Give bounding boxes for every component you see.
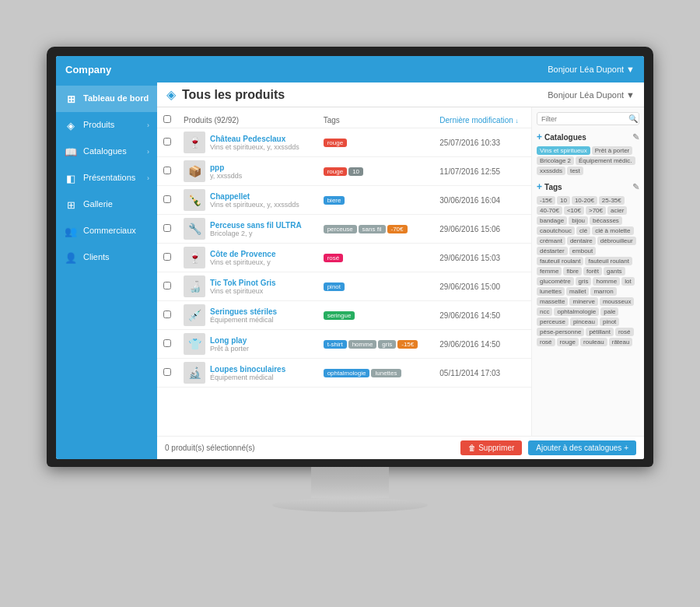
tag-filter-item[interactable]: acier: [607, 206, 627, 215]
user-greeting[interactable]: Bonjour Léa Dupont ▼: [548, 90, 635, 100]
product-tag[interactable]: homme: [348, 340, 377, 349]
tag-filter-item[interactable]: forêt: [583, 267, 602, 275]
catalogues-edit-icon[interactable]: ✎: [632, 132, 639, 142]
product-tag[interactable]: 10: [348, 167, 363, 176]
tag-filter-item[interactable]: clé: [576, 226, 590, 235]
sidebar-item-catalogues[interactable]: 📖 Catalogues ›: [56, 139, 157, 165]
product-tag[interactable]: -15€: [397, 340, 418, 349]
catalogue-filter-tag[interactable]: xxssdds: [537, 167, 565, 175]
catalogue-filter-tag[interactable]: Vins et spiritueux: [537, 146, 590, 155]
product-tag[interactable]: t-shirt: [324, 340, 347, 349]
sidebar-item-tableau-de-bord[interactable]: ⊞ Tableau de bord: [56, 86, 157, 112]
tag-filter-item[interactable]: bécasses: [590, 216, 622, 225]
row-checkbox[interactable]: [163, 282, 171, 289]
filter-search-box[interactable]: 🔍: [537, 112, 639, 125]
row-checkbox[interactable]: [163, 339, 171, 347]
tag-filter-item[interactable]: homme: [593, 277, 620, 286]
tag-filter-item[interactable]: déstarter: [537, 247, 568, 255]
tag-filter-item[interactable]: caoutchouc: [537, 226, 575, 235]
product-name[interactable]: Tic Tok Pinot Gris: [210, 279, 276, 287]
sidebar-item-gallerie[interactable]: ⊞ Gallerie: [56, 191, 157, 218]
tag-filter-item[interactable]: mousseux: [600, 297, 634, 306]
tag-filter-item[interactable]: râteau: [609, 338, 633, 346]
tag-filter-item[interactable]: bijou: [569, 216, 588, 225]
tag-filter-item[interactable]: 10-20€: [572, 196, 597, 205]
table-area[interactable]: Produits (92/92) Tags Dernière modificat…: [157, 107, 531, 436]
product-tag[interactable]: gris: [378, 340, 396, 349]
topbar-user[interactable]: Bonjour Léa Dupont ▼: [548, 65, 635, 74]
tag-filter-item[interactable]: clé à molette: [592, 226, 633, 235]
sidebar-item-clients[interactable]: 👤 Clients: [56, 244, 157, 271]
tag-filter-item[interactable]: perceuse: [537, 318, 569, 326]
tag-filter-item[interactable]: rosé: [537, 338, 555, 346]
tag-filter-item[interactable]: pétillant: [586, 328, 614, 336]
tag-filter-item[interactable]: femme: [537, 267, 562, 275]
delete-button[interactable]: 🗑 Supprimer: [460, 440, 522, 455]
product-name[interactable]: Loupes binoculaires: [210, 365, 285, 374]
add-catalog-button[interactable]: Ajouter à des catalogues +: [528, 440, 636, 455]
product-name[interactable]: Chappellet: [210, 192, 299, 201]
tag-filter-item[interactable]: rouleau: [580, 338, 607, 346]
th-products[interactable]: Produits (92/92): [177, 112, 317, 128]
tag-filter-item[interactable]: <10€: [564, 206, 584, 215]
tag-filter-item[interactable]: crémant: [537, 237, 565, 245]
row-checkbox[interactable]: [163, 195, 171, 203]
row-checkbox[interactable]: [163, 311, 171, 318]
tag-filter-item[interactable]: 40-70€: [537, 206, 562, 215]
catalogue-filter-tag[interactable]: Équipement médic.: [576, 156, 635, 165]
tag-filter-item[interactable]: >70€: [586, 206, 606, 215]
product-tag[interactable]: biere: [324, 196, 345, 205]
row-checkbox[interactable]: [163, 224, 171, 232]
product-tag[interactable]: sans fil: [359, 225, 386, 233]
tag-filter-item[interactable]: massette: [537, 297, 568, 306]
sidebar-item-commerciaux[interactable]: 👥 Commerciaux: [56, 218, 157, 244]
tag-filter-item[interactable]: dentaire: [567, 237, 596, 245]
tag-filter-item[interactable]: ophtalmologie: [554, 307, 599, 316]
product-tag[interactable]: pinot: [324, 282, 345, 291]
product-tag[interactable]: rouge: [324, 139, 347, 147]
select-all-checkbox[interactable]: [163, 115, 171, 123]
tag-filter-item[interactable]: lunettes: [537, 287, 565, 296]
row-checkbox[interactable]: [163, 167, 171, 174]
catalogue-filter-tag[interactable]: test: [567, 167, 583, 175]
catalogue-filter-tag[interactable]: Prêt à porter: [592, 146, 632, 155]
product-tag[interactable]: perceuse: [324, 225, 357, 233]
product-tag[interactable]: seringue: [324, 311, 355, 320]
tag-filter-item[interactable]: bandage: [537, 216, 567, 225]
tag-filter-item[interactable]: minerve: [569, 297, 597, 306]
tag-filter-item[interactable]: marron: [590, 287, 616, 296]
product-name[interactable]: ppp: [210, 163, 242, 172]
product-name[interactable]: Long play: [210, 336, 249, 345]
tag-filter-item[interactable]: rouge: [557, 338, 579, 346]
tag-filter-item[interactable]: 25-35€: [599, 196, 625, 205]
tag-filter-item[interactable]: mallet: [566, 287, 589, 296]
row-checkbox[interactable]: [163, 138, 171, 146]
tags-edit-icon[interactable]: ✎: [632, 182, 639, 192]
tag-filter-item[interactable]: rosé: [615, 328, 634, 336]
tags-plus-icon[interactable]: +: [537, 181, 542, 192]
tag-filter-item[interactable]: fauteuil roulant: [537, 257, 583, 265]
tag-filter-item[interactable]: -15€: [537, 196, 555, 205]
product-name[interactable]: Perceuse sans fil ULTRA: [210, 221, 302, 230]
tag-filter-item[interactable]: pinceau: [570, 318, 598, 326]
product-name[interactable]: Côte de Provence: [210, 250, 275, 258]
product-tag[interactable]: ophtalmologie: [324, 369, 370, 377]
product-tag[interactable]: rosé: [324, 254, 344, 262]
row-checkbox[interactable]: [163, 253, 171, 261]
tag-filter-item[interactable]: glucomètre: [537, 277, 574, 286]
tag-filter-item[interactable]: lot: [621, 277, 634, 286]
tag-filter-item[interactable]: 10: [557, 196, 570, 205]
product-tag[interactable]: -70€: [387, 225, 408, 233]
tag-filter-item[interactable]: ncc: [537, 307, 552, 316]
tag-filter-item[interactable]: fauteuil roulant: [585, 257, 632, 265]
th-date[interactable]: Dernière modification ↓: [433, 112, 531, 128]
tag-filter-item[interactable]: pale: [600, 307, 618, 316]
tag-filter-item[interactable]: débrouilleur: [597, 237, 636, 245]
sidebar-item-produits[interactable]: ◈ Produits ›: [56, 112, 157, 139]
catalogue-filter-tag[interactable]: Bricolage 2: [537, 156, 574, 165]
tag-filter-item[interactable]: gants: [604, 267, 625, 275]
product-tag[interactable]: rouge: [324, 167, 347, 176]
product-name[interactable]: Seringues stériles: [210, 307, 277, 316]
tag-filter-item[interactable]: pèse-personne: [537, 328, 584, 336]
tag-filter-item[interactable]: gris: [576, 277, 592, 286]
